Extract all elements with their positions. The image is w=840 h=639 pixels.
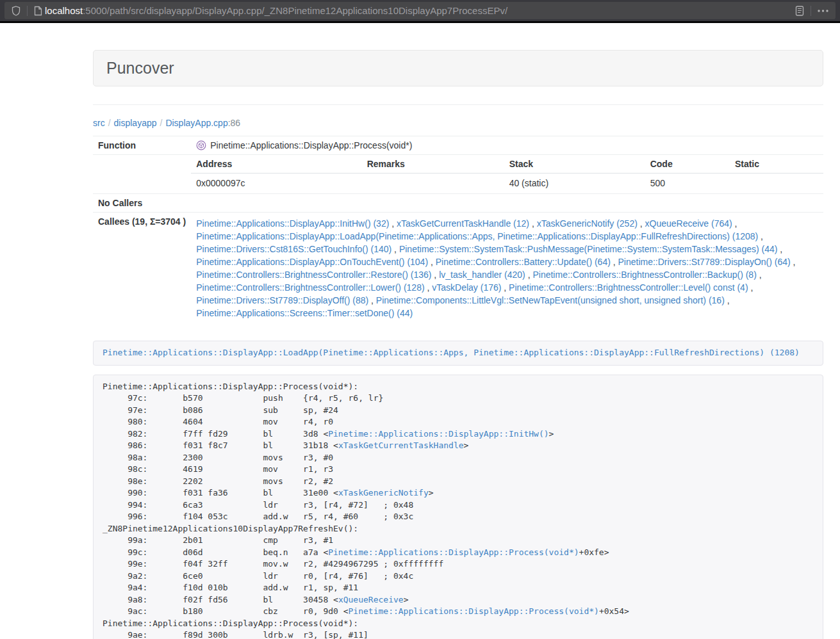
- column-header-remarks: Remarks: [362, 155, 504, 174]
- breadcrumb-line-number: :86: [228, 118, 240, 128]
- callees-list: Pinetime::Applications::DisplayApp::Init…: [191, 213, 823, 326]
- callees-row: Callees (19, Σ=3704 ) Pinetime::Applicat…: [93, 213, 823, 326]
- url-text[interactable]: localhost:5000/path/src/displayapp/Displ…: [45, 5, 794, 16]
- assembly-symbol-link[interactable]: xTaskGenericNotify: [338, 488, 429, 497]
- metrics-row: Address Remarks Stack Code Static 0x0000…: [93, 155, 823, 194]
- page-info-icon[interactable]: [33, 6, 44, 16]
- no-callers-label: No Callers: [93, 194, 191, 213]
- page-title: Puncover: [106, 59, 810, 77]
- callee-link[interactable]: Pinetime::Controllers::BrightnessControl…: [532, 270, 756, 280]
- address-value: 0x0000097c: [191, 174, 361, 194]
- toolbar-divider: [811, 6, 811, 16]
- app-header: Puncover: [93, 50, 823, 86]
- callee-link[interactable]: xTaskGetCurrentTaskHandle (12): [397, 218, 529, 229]
- callee-link[interactable]: Pinetime::Controllers::Battery::Update()…: [436, 257, 611, 267]
- browser-toolbar: localhost:5000/path/src/displayapp/Displ…: [0, 0, 840, 21]
- callee-link[interactable]: Pinetime::Applications::DisplayApp::Load…: [196, 231, 758, 241]
- breadcrumb-displayapp-link[interactable]: displayapp: [114, 118, 157, 128]
- url-path: :5000/path/src/displayapp/DisplayApp.cpp…: [83, 5, 507, 16]
- metrics-value-row: 0x0000097c 40 (static) 500: [191, 174, 823, 194]
- assembly-symbol-link[interactable]: xTaskGetCurrentTaskHandle: [338, 441, 464, 450]
- window-edge: [0, 21, 840, 23]
- callee-link[interactable]: Pinetime::Drivers::St7789::DisplayOff() …: [196, 295, 368, 305]
- assembly-symbol-link[interactable]: xQueueReceive: [338, 595, 404, 604]
- code-size-value: 500: [645, 174, 730, 194]
- divider: [93, 104, 823, 105]
- page-container: Puncover src/displayapp/DisplayApp.cpp:8…: [93, 50, 823, 639]
- address-bar[interactable]: localhost:5000/path/src/displayapp/Displ…: [4, 2, 836, 19]
- callee-link[interactable]: Pinetime::Controllers::BrightnessControl…: [509, 282, 748, 293]
- column-header-static: Static: [730, 155, 823, 174]
- url-host: localhost: [45, 5, 83, 16]
- cube-symbol-icon: [196, 140, 206, 150]
- callee-link[interactable]: Pinetime::System::SystemTask::PushMessag…: [399, 244, 778, 254]
- metrics-table-cell: Address Remarks Stack Code Static 0x0000…: [191, 155, 823, 194]
- reader-mode-icon[interactable]: [794, 6, 805, 16]
- metrics-table: Address Remarks Stack Code Static 0x0000…: [191, 155, 823, 193]
- callee-link[interactable]: Pinetime::Controllers::BrightnessControl…: [196, 282, 424, 293]
- highlighted-callee-snippet: Pinetime::Applications::DisplayApp::Load…: [93, 341, 823, 366]
- assembly-symbol-link[interactable]: Pinetime::Applications::DisplayApp::Init…: [328, 429, 548, 439]
- callee-link[interactable]: Pinetime::Applications::DisplayApp::OnTo…: [196, 257, 428, 267]
- disassembly-listing: Pinetime::Applications::DisplayApp::Proc…: [93, 375, 823, 639]
- breadcrumb-src-link[interactable]: src: [93, 118, 105, 128]
- column-header-stack: Stack: [504, 155, 645, 174]
- callee-link[interactable]: Pinetime::Applications::Screens::Timer::…: [196, 308, 413, 318]
- column-header-address: Address: [191, 155, 361, 174]
- callee-link[interactable]: lv_task_handler (420): [439, 270, 525, 280]
- callee-link[interactable]: Pinetime::Controllers::BrightnessControl…: [196, 270, 431, 280]
- assembly-symbol-link[interactable]: Pinetime::Applications::DisplayApp::Proc…: [328, 547, 579, 557]
- callee-link[interactable]: Pinetime::Drivers::St7789::DisplayOn() (…: [618, 257, 791, 267]
- function-row: Function Pinetime::Applications::Display…: [93, 136, 823, 155]
- function-label: Function: [93, 136, 191, 155]
- static-value: [730, 174, 823, 194]
- callee-link[interactable]: xQueueReceive (764): [645, 218, 732, 229]
- callee-link[interactable]: Pinetime::Drivers::Cst816S::GetTouchInfo…: [196, 244, 391, 254]
- toolbar-divider: [27, 6, 28, 16]
- breadcrumb-separator: /: [108, 118, 111, 128]
- breadcrumb: src/displayapp/DisplayApp.cpp:86: [93, 118, 823, 128]
- loadapp-snippet-link[interactable]: Pinetime::Applications::DisplayApp::Load…: [103, 348, 800, 357]
- column-header-code: Code: [645, 155, 730, 174]
- stack-value: 40 (static): [504, 174, 645, 194]
- callee-link[interactable]: vTaskDelay (176): [432, 282, 501, 293]
- symbol-details-table: Function Pinetime::Applications::Display…: [93, 136, 823, 325]
- tracking-protection-shield-icon[interactable]: [10, 6, 22, 16]
- callees-label: Callees (19, Σ=3704 ): [93, 213, 191, 326]
- callee-link[interactable]: Pinetime::Components::LittleVgl::SetNewT…: [376, 295, 725, 305]
- function-name-cell: Pinetime::Applications::DisplayApp::Proc…: [191, 136, 823, 155]
- breadcrumb-separator: /: [160, 118, 163, 128]
- more-options-icon[interactable]: [816, 10, 830, 12]
- callers-cell: [191, 194, 823, 213]
- remarks-value: [362, 174, 504, 194]
- assembly-symbol-link[interactable]: Pinetime::Applications::DisplayApp::Proc…: [349, 606, 599, 616]
- metrics-row-spacer: [93, 155, 191, 194]
- callee-link[interactable]: Pinetime::Applications::DisplayApp::Init…: [196, 218, 389, 229]
- no-callers-row: No Callers: [93, 194, 823, 213]
- callee-link[interactable]: xTaskGenericNotify (252): [537, 218, 638, 229]
- function-name: Pinetime::Applications::DisplayApp::Proc…: [210, 140, 412, 150]
- breadcrumb-file-link[interactable]: DisplayApp.cpp: [165, 118, 227, 128]
- metrics-header-row: Address Remarks Stack Code Static: [191, 155, 823, 174]
